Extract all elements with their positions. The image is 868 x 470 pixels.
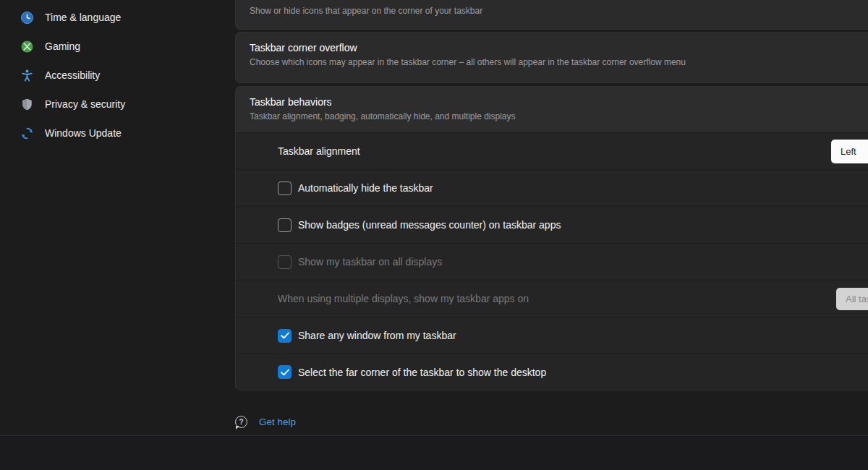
setting-label: When using multiple displays, show my ta… <box>278 293 529 304</box>
setting-row-auto-hide-taskbar: Automatically hide the taskbar <box>235 169 868 206</box>
privacy-security-icon <box>20 98 34 111</box>
sidebar-item-label: Time & language <box>45 12 121 23</box>
dropdown-value: All taskbars <box>846 294 868 304</box>
card-taskbar-corner-overflow[interactable]: Taskbar corner overflow Choose which ico… <box>235 32 868 83</box>
check-icon <box>281 369 289 376</box>
windows-update-icon <box>20 127 34 140</box>
taskbar-alignment-dropdown[interactable]: Left <box>831 140 868 163</box>
sidebar-item-accessibility[interactable]: Accessibility <box>9 61 226 90</box>
multiple-displays-dropdown[interactable]: All taskbars <box>836 288 868 310</box>
windows-taskbar: Search Ae Me Pr Ps <box>0 435 868 470</box>
auto-hide-checkbox[interactable] <box>278 181 292 195</box>
card-taskbar-corner-icons[interactable]: Taskbar corner icons Show or hide icons … <box>235 0 868 30</box>
card-title: Taskbar behaviors <box>250 95 861 109</box>
sidebar-item-windows-update[interactable]: Windows Update <box>9 119 226 148</box>
setting-row-taskbar-all-displays: Show my taskbar on all displays <box>235 243 868 280</box>
card-subtitle: Show or hide icons that appear on the co… <box>250 5 861 17</box>
show-desktop-checkbox[interactable] <box>278 365 292 379</box>
card-taskbar-behaviors[interactable]: Taskbar behaviors Taskbar alignment, bad… <box>235 86 868 132</box>
sidebar-item-label: Accessibility <box>45 69 100 81</box>
setting-row-multiple-displays-apps: When using multiple displays, show my ta… <box>235 280 868 317</box>
setting-label: Show badges (unread messages counter) on… <box>298 219 561 231</box>
card-subtitle: Choose which icons may appear in the tas… <box>250 56 861 68</box>
share-window-checkbox[interactable] <box>278 329 292 343</box>
get-help-link[interactable]: Get help <box>259 416 296 427</box>
setting-label: Share any window from my taskbar <box>298 330 456 341</box>
card-title: Taskbar corner icons <box>250 0 861 4</box>
get-help-row: ? Get help <box>235 414 296 430</box>
sidebar-item-label: Privacy & security <box>45 98 125 110</box>
accessibility-icon <box>20 69 34 82</box>
taskbar-behaviors-rows: Taskbar alignment Left Automatically hid… <box>235 132 868 390</box>
check-icon <box>281 332 289 339</box>
sidebar-item-time-language[interactable]: Time & language <box>9 3 226 32</box>
card-subtitle: Taskbar alignment, badging, automaticall… <box>250 111 861 122</box>
sidebar-item-gaming[interactable]: Gaming <box>9 32 226 61</box>
setting-row-show-badges: Show badges (unread messages counter) on… <box>235 206 868 243</box>
sidebar-item-label: Gaming <box>45 40 80 52</box>
windows-settings-screen: { "sidebar": { "items": [ { "label": "Ti… <box>0 0 868 470</box>
all-displays-checkbox[interactable] <box>278 255 292 269</box>
setting-label: Show my taskbar on all displays <box>298 256 442 268</box>
sidebar-item-label: Windows Update <box>45 127 122 139</box>
setting-row-share-window: Share any window from my taskbar <box>235 317 868 354</box>
help-bubble-icon: ? <box>235 416 247 428</box>
dropdown-value: Left <box>841 146 856 157</box>
setting-label: Taskbar alignment <box>278 145 360 157</box>
setting-row-taskbar-alignment: Taskbar alignment Left <box>235 132 868 169</box>
sidebar-item-privacy-security[interactable]: Privacy & security <box>9 90 226 119</box>
setting-label: Select the far corner of the taskbar to … <box>298 367 546 378</box>
setting-row-show-desktop-corner: Select the far corner of the taskbar to … <box>235 354 868 390</box>
show-badges-checkbox[interactable] <box>278 218 292 232</box>
settings-sidebar: Time & language Gaming Accessibility Pri… <box>0 0 235 435</box>
setting-label: Automatically hide the taskbar <box>298 182 433 194</box>
gaming-icon <box>20 40 34 54</box>
time-language-icon <box>20 11 34 25</box>
card-title: Taskbar corner overflow <box>250 40 861 55</box>
